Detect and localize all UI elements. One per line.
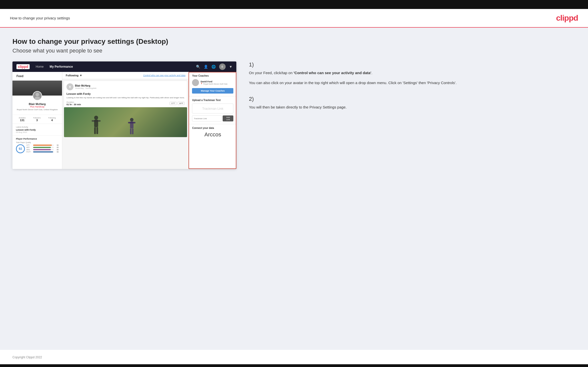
stat-activities-value: 131	[19, 119, 26, 122]
top-bar	[0, 0, 588, 9]
player-performance: Player Performance Total Player Quality …	[12, 135, 62, 155]
bar-putt: PUTT 96	[26, 151, 59, 153]
arccos-label: Arccos	[192, 131, 233, 138]
bar-putt-track	[33, 151, 54, 153]
article-subtitle: Choose what you want people to see	[12, 48, 576, 54]
golfer-silhouette-2	[126, 117, 138, 137]
manage-coaches-button[interactable]: Manage Your Coaches	[192, 88, 233, 94]
following-label: Following	[66, 74, 78, 77]
bar-app-label: APP	[26, 147, 32, 148]
latest-activity-date: 03 Aug 2022	[16, 131, 59, 133]
tag-ott: OTT	[170, 102, 177, 105]
coach-name: David Ford	[200, 80, 227, 83]
stat-followers-value: 3	[33, 119, 41, 122]
profile-banner	[12, 81, 62, 96]
search-icon[interactable]: 🔍	[196, 65, 200, 69]
player-performance-title: Player Performance	[16, 138, 59, 140]
stat-activities-label: Activities	[19, 117, 26, 119]
app-nav-right: 🔍 👤 🌐 B ▼	[196, 63, 233, 70]
trackman-input-area: Trackman Link	[192, 104, 233, 113]
app-mockup: clippd Home My Performance 🔍 👤 🌐 B ▼	[12, 61, 236, 169]
stat-followers: Followers 3	[33, 117, 41, 122]
add-link-button[interactable]: Add Link	[223, 115, 233, 121]
svg-rect-4	[92, 120, 101, 122]
site-footer: Copyright Clippd 2022	[0, 350, 588, 364]
profile-stats: Activities 131 Followers 3 Following 4	[12, 115, 62, 124]
dropdown-arrow: ▼	[79, 74, 82, 77]
svg-rect-6	[96, 127, 98, 134]
profile-info: Blair McHarg Plus Handicap Royal North D…	[12, 103, 62, 113]
feed-tab[interactable]: Feed	[12, 72, 62, 81]
step1-extra: You can also click on your avatar in the…	[249, 80, 576, 86]
post-image	[64, 107, 187, 137]
step2-number: 2)	[249, 96, 576, 102]
user-avatar[interactable]: B	[219, 63, 226, 70]
duration-label: Duration	[66, 101, 81, 103]
post-date: Yesterday · Sunningdale	[75, 87, 96, 89]
bar-ott-fill	[33, 145, 52, 146]
screenshot-area: clippd Home My Performance 🔍 👤 🌐 B ▼	[12, 61, 576, 169]
app-sidebar: Feed Blair McHarg Plus Handicap	[12, 72, 62, 169]
nav-link-home[interactable]: Home	[36, 65, 44, 68]
post-author-name: Blair McHarg	[75, 84, 96, 87]
step2-block: 2) You will then be taken directly to th…	[249, 96, 576, 110]
main-content: How to change your privacy settings (Des…	[0, 28, 588, 350]
bar-app-track	[33, 147, 54, 148]
step1-text-part1: On your Feed, click/tap on 'Control who …	[249, 71, 372, 75]
coaches-title: Your Coaches	[192, 74, 233, 77]
profile-club: Royal North Devon Golf Club, United King…	[15, 108, 60, 111]
stat-followers-label: Followers	[33, 117, 41, 119]
post-author-info: Blair McHarg Yesterday · Sunningdale	[75, 84, 96, 89]
golfer-silhouette	[89, 115, 104, 137]
chevron-down-icon[interactable]: ▼	[229, 65, 233, 69]
quality-label: Total Player Quality	[16, 142, 59, 143]
trackman-title: Upload a Trackman Test	[192, 99, 233, 102]
control-privacy-link[interactable]: Control who can see your activity and da…	[143, 74, 186, 77]
bar-ott-value: 90	[55, 144, 59, 146]
latest-activity: Latest Activity Lesson with Fordy 03 Aug…	[12, 124, 62, 135]
connect-section: Connect your data Arccos	[189, 124, 236, 140]
instructions-panel: 1) On your Feed, click/tap on 'Control w…	[246, 61, 576, 110]
user-icon[interactable]: 👤	[204, 65, 208, 69]
tag-badges: OTT APP	[170, 102, 185, 105]
trackman-input-row: Add Link	[192, 115, 233, 121]
profile-avatar	[33, 91, 42, 101]
svg-rect-11	[132, 128, 133, 134]
bar-putt-label: PUTT	[26, 151, 32, 153]
connect-title: Connect your data	[192, 127, 233, 129]
following-dropdown[interactable]: Following ▼	[66, 74, 82, 77]
feed-post: B Blair McHarg Yesterday · Sunningdale L…	[64, 81, 187, 137]
quality-score-circle: 92	[16, 144, 25, 153]
stat-activities: Activities 131	[19, 117, 26, 122]
trackman-link-input[interactable]	[192, 115, 222, 121]
nav-link-performance[interactable]: My Performance	[50, 65, 73, 68]
bar-arg-fill	[33, 149, 51, 150]
bar-putt-fill	[33, 151, 53, 153]
clippd-logo: clippd	[556, 13, 578, 23]
bar-arg: ARG 86	[26, 149, 59, 151]
bar-arg-label: ARG	[26, 149, 32, 151]
feed-header: Following ▼ Control who can see your act…	[62, 72, 189, 79]
bar-app-fill	[33, 147, 51, 148]
app-feed: Following ▼ Control who can see your act…	[62, 72, 189, 169]
coach-club: Royal North Devon Golf Club	[203, 83, 227, 85]
globe-icon[interactable]: 🌐	[211, 65, 216, 69]
app-nav-logo: clippd	[16, 64, 30, 69]
bars-list: OTT 90 APP	[26, 144, 59, 153]
svg-point-1	[34, 97, 40, 100]
tag-app: APP	[178, 102, 185, 105]
coach-avatar	[192, 79, 199, 86]
post-title: Lesson with Fordy	[66, 92, 185, 95]
location-icon: 📍	[200, 83, 203, 85]
app-body: Feed Blair McHarg Plus Handicap	[12, 72, 236, 169]
footer-copyright: Copyright Clippd 2022	[12, 356, 42, 359]
svg-point-0	[36, 93, 39, 96]
step1-block: 1) On your Feed, click/tap on 'Control w…	[249, 61, 576, 86]
post-description: Looking to feel like my hands are exitin…	[66, 96, 185, 99]
site-header: How to change your privacy settings clip…	[0, 9, 588, 28]
bar-ott-track	[33, 145, 54, 146]
perf-row: 92 OTT 90	[16, 144, 59, 153]
post-author-row: B Blair McHarg Yesterday · Sunningdale	[66, 83, 185, 90]
step1-text: On your Feed, click/tap on 'Control who …	[249, 70, 576, 76]
bar-ott-label: OTT	[26, 144, 32, 146]
